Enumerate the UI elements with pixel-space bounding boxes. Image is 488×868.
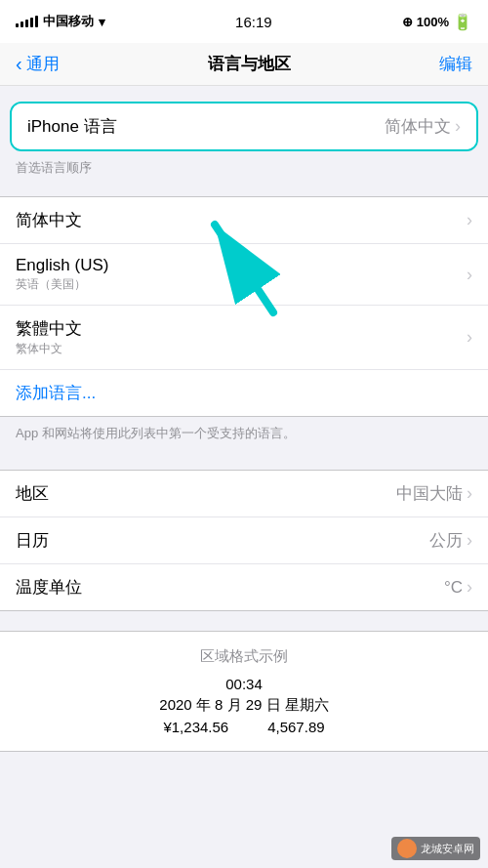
region-format-numbers: ¥1,234.56 4,567.89 <box>16 719 472 735</box>
watermark-text: 龙城安卓网 <box>421 842 474 856</box>
iphone-language-section: iPhone 语言 简体中文 › <box>10 102 478 151</box>
calendar-chevron-icon: › <box>467 530 472 551</box>
status-right: ⊕ 100% 🔋 <box>402 13 472 31</box>
wifi-icon: ▾ <box>99 15 105 29</box>
iphone-language-row[interactable]: iPhone 语言 简体中文 › <box>12 103 476 149</box>
iphone-language-value-container: 简体中文 › <box>385 115 461 138</box>
region-label: 地区 <box>16 482 49 505</box>
region-format-time: 00:34 <box>16 676 472 692</box>
status-left: 中国移动 ▾ <box>16 13 105 30</box>
charging-icon: ⊕ <box>402 15 413 29</box>
iphone-language-label-container: iPhone 语言 <box>27 115 117 138</box>
language-subtitle-1: 英语（美国） <box>16 276 108 293</box>
edit-button[interactable]: 编辑 <box>439 53 472 75</box>
calendar-value: 公历 <box>429 529 463 552</box>
language-title-1: English (US) <box>16 256 108 275</box>
chevron-right-icon-2: › <box>467 327 472 348</box>
watermark-logo <box>397 839 417 858</box>
nav-bar: ‹ 通用 语言与地区 编辑 <box>0 43 488 86</box>
region-format-date: 2020 年 8 月 29 日 星期六 <box>16 696 472 715</box>
language-title-2: 繁體中文 <box>16 317 82 340</box>
language-row-simplified-chinese[interactable]: 简体中文 › <box>0 197 488 244</box>
chevron-right-icon-1: › <box>467 265 472 285</box>
region-row[interactable]: 地区 中国大陆 › <box>0 471 488 517</box>
calendar-label: 日历 <box>16 529 49 552</box>
temperature-row[interactable]: 温度单位 °C › <box>0 564 488 610</box>
language-row-traditional-chinese[interactable]: 繁體中文 繁体中文 › <box>0 306 488 370</box>
preferred-languages-group: 简体中文 › English (US) 英语（美国） › 繁體中文 繁体中文 ›… <box>0 196 488 417</box>
temperature-label: 温度单位 <box>16 576 82 599</box>
language-subtitle-2: 繁体中文 <box>16 341 82 357</box>
preferred-section-label-container: 首选语言顺序 <box>0 151 488 181</box>
region-section: 地区 中国大陆 › 日历 公历 › 温度单位 °C › <box>0 470 488 611</box>
signal-icon <box>16 16 38 27</box>
back-label: 通用 <box>26 53 60 75</box>
status-time: 16:19 <box>235 14 272 30</box>
language-row-english-us[interactable]: English (US) 英语（美国） › <box>0 244 488 306</box>
iphone-language-value: 简体中文 <box>385 115 451 138</box>
chevron-right-icon-0: › <box>467 210 472 230</box>
temperature-chevron-icon: › <box>467 577 472 598</box>
back-button[interactable]: ‹ 通用 <box>16 53 60 75</box>
add-language-row[interactable]: 添加语言... <box>0 370 488 416</box>
chevron-right-icon: › <box>455 116 461 137</box>
iphone-language-label: iPhone 语言 <box>27 115 117 138</box>
battery-label: 100% <box>417 15 449 29</box>
watermark: 龙城安卓网 <box>391 837 480 860</box>
battery-icon: 🔋 <box>453 13 472 31</box>
calendar-row[interactable]: 日历 公历 › <box>0 517 488 564</box>
carrier-label: 中国移动 <box>43 13 94 30</box>
region-format-number1: ¥1,234.56 <box>163 719 228 735</box>
preferred-section-label: 首选语言顺序 <box>0 151 488 181</box>
language-title-0: 简体中文 <box>16 209 82 231</box>
info-text: App 和网站将使用此列表中第一个受支持的语言。 <box>0 417 488 450</box>
page-title: 语言与地区 <box>208 53 291 75</box>
status-bar: 中国移动 ▾ 16:19 ⊕ 100% 🔋 <box>0 0 488 43</box>
region-format-section: 区域格式示例 00:34 2020 年 8 月 29 日 星期六 ¥1,234.… <box>0 631 488 752</box>
chevron-left-icon: ‹ <box>16 53 22 75</box>
region-format-number2: 4,567.89 <box>267 719 324 735</box>
region-format-title: 区域格式示例 <box>16 647 472 666</box>
temperature-value: °C <box>444 578 463 598</box>
region-chevron-icon: › <box>467 483 472 504</box>
add-language-link[interactable]: 添加语言... <box>16 382 96 404</box>
region-value: 中国大陆 <box>396 482 463 505</box>
